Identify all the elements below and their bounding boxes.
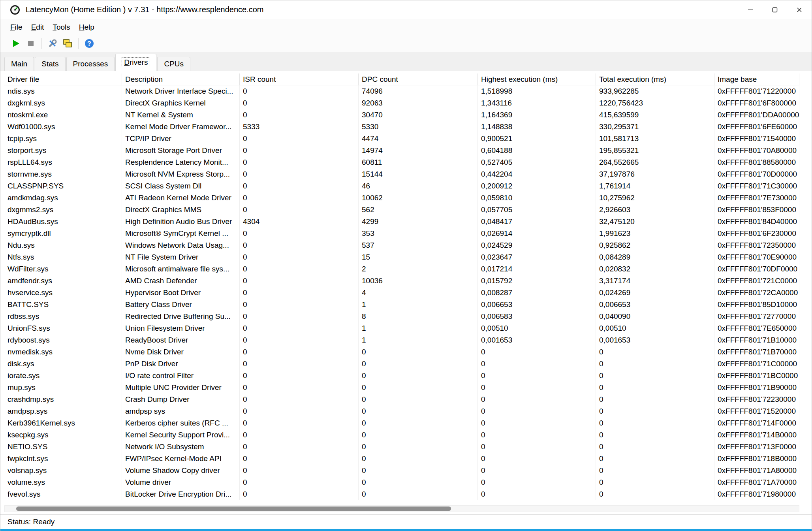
start-monitor-button[interactable] <box>8 36 23 51</box>
table-row[interactable]: dxgkrnl.sysDirectX Graphics Kernel092063… <box>4 97 799 109</box>
table-row[interactable]: volsnap.sysVolume Shadow Copy driver0000… <box>4 465 799 476</box>
tab-drivers[interactable]: Drivers <box>115 54 156 71</box>
table-cell: 353 <box>359 228 478 239</box>
table-row[interactable]: rdbss.sysRedirected Drive Buffering Su..… <box>4 311 799 322</box>
table-row[interactable]: rdyboost.sysReadyBoost Driver010,0016530… <box>4 334 799 346</box>
close-button[interactable] <box>787 0 812 19</box>
table-cell: 0xFFFFF801'71A70000 <box>714 476 799 488</box>
table-row[interactable]: disk.sysPnP Disk Driver00000xFFFFF801'71… <box>4 358 799 370</box>
table-row[interactable]: amdkmdag.sysATI Radeon Kernel Mode Drive… <box>4 192 799 204</box>
table-cell: 101,581713 <box>596 133 714 145</box>
tab-accelerator: M <box>11 60 17 68</box>
table-cell: 0 <box>240 109 359 121</box>
tab-stats[interactable]: Stats <box>35 57 65 71</box>
column-header-isr-count[interactable]: ISR count <box>240 73 359 85</box>
table-cell: 264,552665 <box>596 156 714 168</box>
table-row[interactable]: tcpip.sysTCP/IP Driver044740,900521101,5… <box>4 133 799 145</box>
table-cell: 0 <box>240 405 359 417</box>
table-row[interactable]: BATTC.SYSBattery Class Driver010,0066530… <box>4 299 799 311</box>
column-header-dpc-count[interactable]: DPC count <box>359 73 478 85</box>
menu-bar: FileEditToolsHelp <box>0 19 812 35</box>
status-text: Status: Ready <box>8 518 55 526</box>
maximize-button[interactable] <box>763 0 787 19</box>
table-cell: 0 <box>240 133 359 145</box>
window-title: LatencyMon (Home Edition ) v 7.31 - http… <box>26 5 264 14</box>
table-cell: 2,926603 <box>596 204 714 216</box>
column-header-highest-execution-ms[interactable]: Highest execution (ms) <box>478 73 596 85</box>
table-cell: Volume driver <box>122 476 240 488</box>
table-row[interactable]: Kerb3961Kernel.sysKerberos cipher suites… <box>4 417 799 429</box>
windows-icon <box>62 38 73 49</box>
table-row[interactable]: hvservice.sysHypervisor Boot Driver040,0… <box>4 287 799 299</box>
stop-monitor-button[interactable] <box>23 36 38 51</box>
stack-windows-button[interactable] <box>60 36 75 51</box>
menu-item-file[interactable]: File <box>6 19 27 35</box>
column-header-description[interactable]: Description <box>122 73 240 85</box>
table-cell: 0 <box>596 405 714 417</box>
options-button[interactable] <box>45 36 60 51</box>
table-cell: 5333 <box>240 121 359 133</box>
column-header-total-execution-ms[interactable]: Total execution (ms) <box>596 73 714 85</box>
table-cell: Kernel Security Support Provi... <box>122 429 240 441</box>
table-cell: 0,048417 <box>478 216 596 228</box>
table-cell: 46 <box>359 180 478 192</box>
scrollbar-thumb[interactable] <box>16 507 451 511</box>
table-cell: ndis.sys <box>4 85 122 97</box>
table-row[interactable]: HDAudBus.sysHigh Definition Audio Bus Dr… <box>4 216 799 228</box>
table-row[interactable]: crashdmp.sysCrash Dump Driver00000xFFFFF… <box>4 394 799 405</box>
table-cell: 0 <box>478 453 596 465</box>
tab-label: Stats <box>41 60 58 68</box>
table-row[interactable]: CLASSPNP.SYSSCSI Class System Dll0460,20… <box>4 180 799 192</box>
minimize-button[interactable] <box>738 0 763 19</box>
table-row[interactable]: ksecpkg.sysKernel Security Support Provi… <box>4 429 799 441</box>
table-cell: 0,006583 <box>478 311 596 322</box>
table-row[interactable]: storport.sysMicrosoft Storage Port Drive… <box>4 145 799 156</box>
table-cell: 0xFFFFF801'714F0000 <box>714 417 799 429</box>
tab-cpus[interactable]: CPUs <box>157 57 190 71</box>
table-cell: 0 <box>240 358 359 370</box>
table-cell: 14974 <box>359 145 478 156</box>
table-cell: 0,00510 <box>478 322 596 334</box>
table-row[interactable]: rspLLL64.sysResplendence Latency Monit..… <box>4 156 799 168</box>
table-row[interactable]: nvmedisk.sysNvme Disk Driver00000xFFFFF8… <box>4 346 799 358</box>
table-row[interactable]: Wdf01000.sysKernel Mode Driver Framewor.… <box>4 121 799 133</box>
table-cell: 0xFFFFF801'71B70000 <box>714 346 799 358</box>
menu-item-edit[interactable]: Edit <box>27 19 49 35</box>
table-row[interactable]: amdpsp.sysamdpsp sys00000xFFFFF801'71520… <box>4 405 799 417</box>
table-row[interactable]: mup.sysMultiple UNC Provider Driver00000… <box>4 382 799 394</box>
menu-item-tools[interactable]: Tools <box>48 19 74 35</box>
table-row[interactable]: iorate.sysI/O rate control Filter00000xF… <box>4 370 799 382</box>
table-row[interactable]: ntoskrnl.exeNT Kernel & System0304701,16… <box>4 109 799 121</box>
table-cell: 0 <box>240 441 359 453</box>
table-row[interactable]: symcryptk.dllMicrosoft® SymCrypt Kernel … <box>4 228 799 239</box>
table-row[interactable]: UnionFS.sysUnion Filesystem Driver010,00… <box>4 322 799 334</box>
table-row[interactable]: ndis.sysNetwork Driver Interface Speci..… <box>4 85 799 97</box>
column-header-driver-file[interactable]: Driver file <box>4 73 122 85</box>
table-row[interactable]: amdfendr.sysAMD Crash Defender0100360,01… <box>4 275 799 287</box>
table-cell: 1 <box>359 322 478 334</box>
table-cell: Wdf01000.sys <box>4 121 122 133</box>
table-cell: volume.sys <box>4 476 122 488</box>
table-row[interactable]: fvevol.sysBitLocker Drive Encryption Dri… <box>4 488 799 500</box>
table-row[interactable]: Ntfs.sysNT File System Driver0150,023647… <box>4 251 799 263</box>
table-cell: 0 <box>240 488 359 500</box>
table-cell: amdkmdag.sys <box>4 192 122 204</box>
table-row[interactable]: NETIO.SYSNetwork I/O Subsystem00000xFFFF… <box>4 441 799 453</box>
table-row[interactable]: stornvme.sysMicrosoft NVM Express Storp.… <box>4 168 799 180</box>
tab-main[interactable]: Main <box>4 57 34 71</box>
table-row[interactable]: Ndu.sysWindows Network Data Usag...05370… <box>4 239 799 251</box>
table-cell: 0xFFFFF801'70DF0000 <box>714 263 799 275</box>
table-row[interactable]: volume.sysVolume driver00000xFFFFF801'71… <box>4 476 799 488</box>
tab-processes[interactable]: Processes <box>66 57 115 71</box>
table-cell: 330,295371 <box>596 121 714 133</box>
table-row[interactable]: dxgmms2.sysDirectX Graphics MMS05620,057… <box>4 204 799 216</box>
horizontal-scrollbar[interactable] <box>4 505 799 512</box>
table-cell: 0 <box>359 417 478 429</box>
help-button[interactable]: ? <box>82 36 97 51</box>
table-row[interactable]: fwpkclnt.sysFWP/IPsec Kernel-Mode API000… <box>4 453 799 465</box>
table-cell: 1220,756423 <box>596 97 714 109</box>
menu-item-help[interactable]: Help <box>75 19 99 35</box>
table-row[interactable]: WdFilter.sysMicrosoft antimalware file s… <box>4 263 799 275</box>
column-header-image-base[interactable]: Image base <box>714 73 799 85</box>
table-cell: 0 <box>359 394 478 405</box>
